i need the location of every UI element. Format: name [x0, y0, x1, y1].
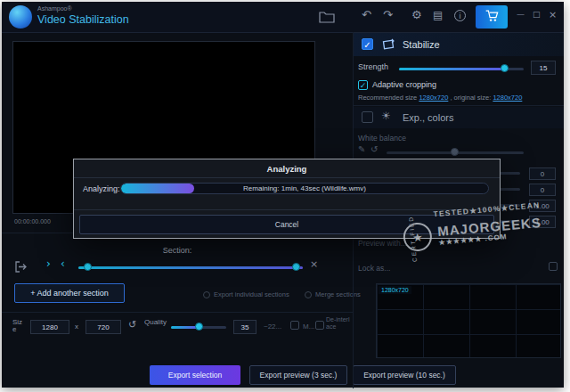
export-selection-button[interactable]: Export selection [150, 365, 240, 385]
export-individual-label: Export individual sections [214, 290, 289, 298]
adaptive-cropping-checkbox[interactable]: ✓ [358, 80, 368, 90]
colors-title: Exp., colors [403, 112, 453, 123]
progress-status: Remaining: 1min, 43sec (Wildlife.wmv) [120, 184, 489, 192]
export-preview-3-button[interactable]: Export preview (3 sec.) [249, 365, 347, 385]
cart-icon [484, 9, 500, 26]
maximize-button[interactable]: □ [533, 10, 541, 19]
lock-as-label: Lock as... [358, 264, 390, 273]
screenshot-stage: Ashampoo® Video Stabilization ↶ ↷ ⚙ ▤ i … [0, 0, 570, 392]
colors-checkbox[interactable] [362, 111, 373, 123]
check-icon: ✓ [360, 81, 367, 90]
m-option-label: M... [303, 323, 314, 331]
size-x-separator: x [75, 323, 78, 331]
white-balance-label: White balance [358, 134, 406, 143]
stabilize-icon [381, 37, 395, 55]
close-button[interactable]: × [549, 9, 557, 20]
white-balance-slider[interactable] [387, 151, 524, 154]
adjust-value: 1.00 [529, 216, 556, 228]
dialog-title-divider [74, 177, 500, 178]
preview-with-label: Preview with... [358, 239, 407, 248]
quality-handle[interactable] [195, 323, 203, 331]
size-height-input[interactable] [86, 320, 121, 334]
playback-timestamp: 00:00:00.000 [14, 218, 51, 225]
recommended-label: Recommended size [358, 94, 417, 102]
crop-preview-grid [376, 283, 561, 358]
sun-icon: ☀ [381, 110, 391, 122]
adaptive-cropping-label: Adaptive cropping [372, 80, 436, 89]
analyzing-label: Analyzing: [83, 184, 120, 193]
deinterlace-label: De-interlace [326, 316, 351, 331]
crop-preview-size-badge: 1280x720 [379, 286, 411, 294]
stabilize-checkbox[interactable]: ✓ [362, 38, 373, 50]
app-title: Video Stabilization [37, 13, 129, 26]
adjust-value: 0 [529, 184, 556, 196]
recommended-size-link[interactable]: 1280x720 [419, 94, 448, 102]
buy-cart-button[interactable] [476, 5, 508, 29]
m-option-checkbox[interactable] [290, 321, 299, 330]
dialog-title: Analyzing [74, 164, 500, 174]
app-window: Ashampoo® Video Stabilization ↶ ↷ ⚙ ▤ i … [2, 2, 564, 388]
section-range-fill [78, 266, 303, 269]
titlebar: Ashampoo® Video Stabilization ↶ ↷ ⚙ ▤ i … [2, 2, 564, 33]
lock-as-checkbox[interactable] [549, 262, 558, 271]
size-width-input[interactable] [30, 320, 69, 334]
original-size-link[interactable]: 1280x720 [493, 94, 522, 102]
stabilize-title: Stabilize [403, 39, 440, 50]
analyzing-dialog: Analyzing Analyzing: Remaining: 1min, 43… [73, 159, 501, 239]
quality-label: Quality [144, 319, 167, 326]
strength-slider[interactable] [399, 68, 524, 70]
cancel-button[interactable]: Cancel [79, 215, 494, 234]
white-balance-reset-icon[interactable]: ↺ [370, 144, 378, 154]
prev-frame-icon[interactable]: ‹ [61, 257, 65, 270]
recommended-size-line: Recommended size 1280x720 , original siz… [358, 94, 522, 102]
info-icon[interactable]: i [454, 10, 466, 21]
reset-size-icon[interactable]: ↺ [128, 319, 136, 331]
eyedropper-icon[interactable]: ✎ [358, 144, 365, 154]
export-individual-radio[interactable] [203, 291, 210, 298]
news-icon[interactable]: ▤ [433, 9, 443, 21]
strength-value-input[interactable] [531, 61, 556, 75]
add-section-button[interactable]: + Add another section [14, 283, 125, 303]
remove-section-icon[interactable]: × [310, 258, 318, 270]
dialog-divider [74, 209, 500, 210]
export-preview-10-button[interactable]: Export preview (10 sec.) [353, 365, 456, 385]
size-label: Size [12, 319, 25, 333]
divider [354, 105, 564, 106]
divider [2, 312, 353, 313]
deinterlace-checkbox[interactable] [315, 321, 324, 330]
section-range-slider[interactable] [78, 266, 303, 269]
app-logo-icon [9, 5, 32, 29]
open-folder-icon[interactable] [319, 10, 335, 27]
quality-value-input[interactable] [233, 320, 256, 334]
merge-sections-label: Merge sections [315, 290, 361, 298]
quality-slider[interactable] [171, 326, 226, 329]
strength-fill [399, 68, 505, 70]
undo-icon[interactable]: ↶ [362, 8, 371, 21]
bitrate-hint: ~22... [264, 323, 281, 331]
minimize-button[interactable]: — [517, 10, 525, 19]
merge-sections-radio[interactable] [305, 291, 312, 298]
section-start-handle[interactable] [84, 263, 92, 271]
section-panel-title: Section: [2, 246, 353, 255]
original-label: , original size: [450, 94, 491, 102]
check-icon: ✓ [363, 40, 370, 50]
adjust-value: 0 [529, 167, 556, 180]
section-end-handle[interactable] [292, 263, 300, 271]
next-frame-icon[interactable]: › [46, 257, 51, 270]
strength-handle[interactable] [501, 64, 509, 72]
white-balance-handle[interactable] [451, 148, 459, 156]
export-section-icon[interactable] [14, 260, 28, 277]
redo-icon[interactable]: ↷ [383, 8, 393, 21]
brand-label: Ashampoo® [37, 5, 72, 12]
strength-label: Strength [358, 62, 388, 71]
adjust-value: 1.00 [529, 200, 556, 212]
settings-gear-icon[interactable]: ⚙ [411, 8, 422, 21]
